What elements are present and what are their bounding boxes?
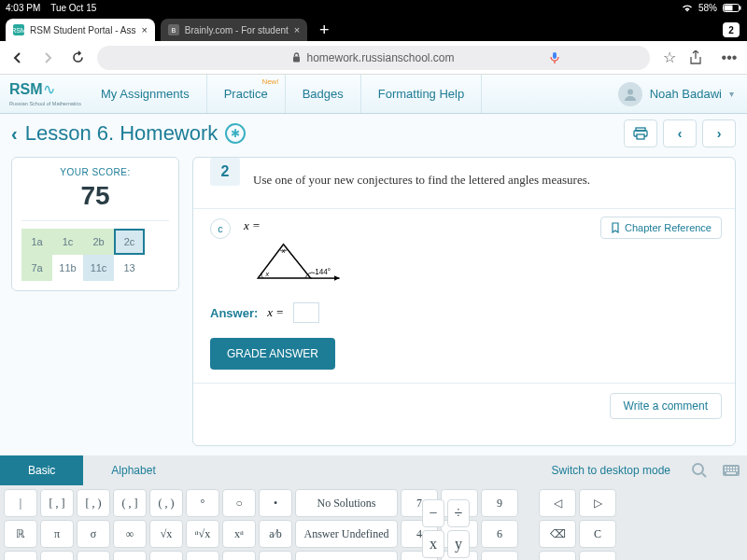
browser-tab-strip: RSM RSM Student Portal - Ass × B Brainly… — [0, 15, 747, 41]
key[interactable]: ≠ — [77, 551, 110, 560]
user-name: Noah Badawi — [650, 87, 722, 101]
tab-count-badge[interactable]: 2 — [723, 22, 740, 37]
key[interactable]: ° — [186, 489, 219, 517]
svg-rect-24 — [730, 469, 732, 471]
answer-input[interactable] — [293, 302, 319, 323]
key[interactable]: ≥ — [113, 551, 147, 560]
key[interactable]: √x — [149, 520, 183, 548]
key-9[interactable]: 9 — [481, 489, 518, 517]
keyboard-icon[interactable] — [715, 464, 747, 477]
lesson-back-button[interactable]: ‹ — [11, 123, 18, 145]
kb-tab-basic[interactable]: Basic — [0, 455, 83, 485]
key[interactable]: xⁿ — [222, 520, 256, 548]
user-menu[interactable]: Noah Badawi ▾ — [605, 82, 747, 106]
share-icon[interactable] — [689, 50, 710, 65]
key[interactable]: = — [4, 551, 37, 560]
nav-practice[interactable]: Practice New! — [207, 75, 286, 113]
svg-rect-4 — [553, 52, 557, 59]
key[interactable]: a⁄b — [259, 520, 292, 548]
key-6[interactable]: 6 — [481, 520, 518, 548]
problem-cell-selected[interactable]: 2c — [114, 229, 145, 255]
browser-tab-active[interactable]: RSM RSM Student Portal - Ass × — [6, 19, 155, 41]
key[interactable]: ∩ — [149, 551, 183, 560]
keyboard-tabs: Basic Alphabet Switch to desktop mode — [0, 455, 747, 485]
key[interactable]: π — [40, 520, 74, 548]
browser-tab-inactive[interactable]: B Brainly.com - For student × — [161, 19, 307, 41]
voice-search-icon[interactable] — [549, 51, 560, 64]
url-field[interactable]: homework.russianschool.com — [97, 46, 650, 70]
kb-tab-alphabet[interactable]: Alphabet — [83, 455, 183, 485]
svg-point-14 — [693, 464, 703, 474]
question-figure: x = x x 144° — [244, 218, 345, 286]
key-3[interactable]: 3 — [481, 551, 518, 560]
problem-cell[interactable]: 7a — [21, 255, 52, 281]
browser-url-bar: homework.russianschool.com ☆ ••• — [0, 41, 747, 75]
nav-formatting-help[interactable]: Formatting Help — [361, 75, 482, 113]
key-answer-undefined[interactable]: Answer Undefined — [295, 520, 398, 548]
avatar-icon — [618, 82, 642, 106]
problem-cell[interactable]: 2b — [83, 229, 114, 255]
key-no-solutions[interactable]: No Solutions — [295, 489, 398, 517]
score-value: 75 — [21, 181, 169, 211]
switch-desktop-link[interactable]: Switch to desktop mode — [539, 464, 684, 477]
key[interactable]: ∅ — [259, 551, 292, 560]
url-text: homework.russianschool.com — [306, 51, 454, 64]
key[interactable]: [ , ) — [77, 489, 110, 517]
problem-grid: 1a 1c 2b 2c 7a 11b 11c 13 — [21, 220, 169, 281]
more-icon[interactable]: ••• — [719, 49, 740, 66]
key-left[interactable]: ◁ — [539, 489, 576, 517]
key-dot[interactable]: . — [579, 551, 616, 560]
svg-rect-26 — [736, 469, 738, 471]
ios-status-bar: 4:03 PM Tue Oct 15 58% — [0, 0, 747, 15]
search-icon[interactable] — [684, 462, 715, 479]
key-divide[interactable]: ÷ — [447, 499, 470, 527]
problem-cell[interactable]: 1c — [52, 229, 83, 255]
star-icon[interactable]: ☆ — [659, 49, 680, 66]
key[interactable]: ⁿ√x — [186, 520, 219, 548]
new-tab-button[interactable]: + — [313, 19, 335, 41]
nav-badges[interactable]: Badges — [286, 75, 361, 113]
problem-cell[interactable]: 11b — [52, 255, 83, 281]
write-comment-button[interactable]: Write a comment — [610, 393, 722, 419]
key[interactable]: | — [4, 489, 37, 517]
key[interactable]: ℝ — [4, 520, 37, 548]
key[interactable]: ○ — [222, 489, 256, 517]
key-clear[interactable]: C — [579, 520, 616, 548]
key-all-real-numbers[interactable]: All Real Numbers — [295, 551, 398, 560]
close-icon[interactable]: × — [294, 24, 300, 35]
key[interactable]: ∪ — [186, 551, 219, 560]
key[interactable]: [ , ] — [40, 489, 74, 517]
nav-my-assignments[interactable]: My Assignments — [84, 75, 207, 113]
prev-problem-button[interactable]: ‹ — [663, 119, 697, 147]
key[interactable]: ( , ) — [149, 489, 183, 517]
key[interactable]: • — [259, 489, 292, 517]
wifi-icon — [682, 4, 693, 12]
back-button[interactable] — [7, 48, 28, 68]
key-y[interactable]: y — [447, 530, 470, 558]
chapter-reference-button[interactable]: Chapter Reference — [600, 217, 722, 239]
page-header: ‹ Lesson 6. Homework ✱ ‹ › — [0, 114, 747, 147]
problem-cell[interactable]: 11c — [83, 255, 114, 281]
key[interactable]: ≤ — [40, 551, 74, 560]
key-0[interactable]: 0 — [539, 551, 576, 560]
print-button[interactable] — [624, 119, 657, 147]
forward-button[interactable] — [37, 48, 58, 68]
key-minus[interactable]: − — [422, 499, 444, 527]
key-right[interactable]: ▷ — [579, 489, 616, 517]
key[interactable]: σ — [77, 520, 110, 548]
grade-answer-button[interactable]: GRADE ANSWER — [210, 338, 335, 370]
key[interactable]: ∞ — [113, 520, 147, 548]
svg-text:x: x — [281, 246, 286, 255]
next-problem-button[interactable]: › — [702, 119, 736, 147]
key[interactable]: Xᵢ — [222, 551, 256, 560]
key-x[interactable]: x — [422, 530, 444, 558]
problem-cell[interactable]: 1a — [21, 229, 52, 255]
key-backspace[interactable]: ⌫ — [539, 520, 576, 548]
problem-cell[interactable]: 13 — [114, 255, 145, 281]
key[interactable]: ( , ] — [113, 489, 147, 517]
site-logo[interactable]: RSM∿ Russian School of Mathematics — [0, 80, 84, 107]
close-icon[interactable]: × — [141, 24, 147, 35]
cookie-icon[interactable]: ✱ — [225, 123, 246, 144]
answer-expr: x = — [267, 305, 284, 320]
reload-button[interactable] — [67, 48, 88, 68]
